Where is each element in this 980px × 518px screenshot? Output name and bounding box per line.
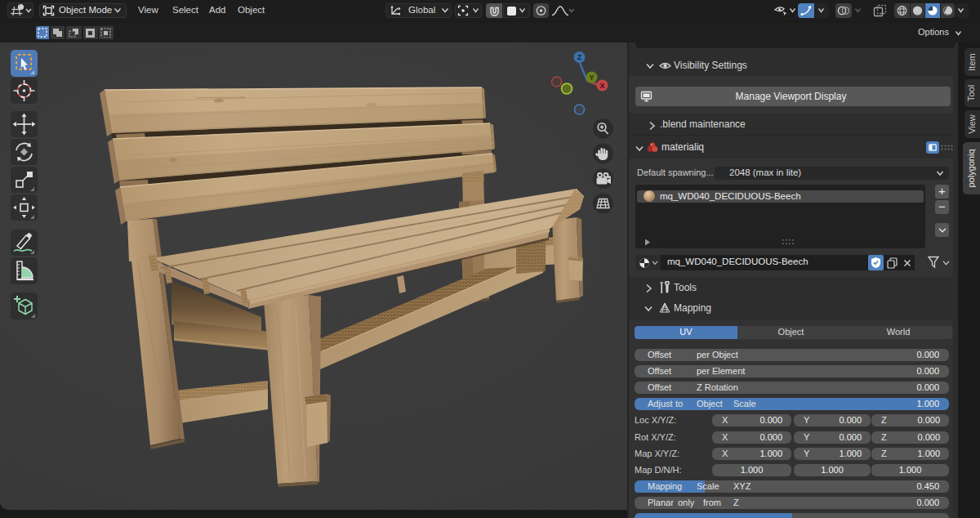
- svg-text:Z: Z: [577, 53, 582, 61]
- svg-text:X: X: [599, 82, 604, 90]
- svg-text:Y: Y: [589, 74, 594, 82]
